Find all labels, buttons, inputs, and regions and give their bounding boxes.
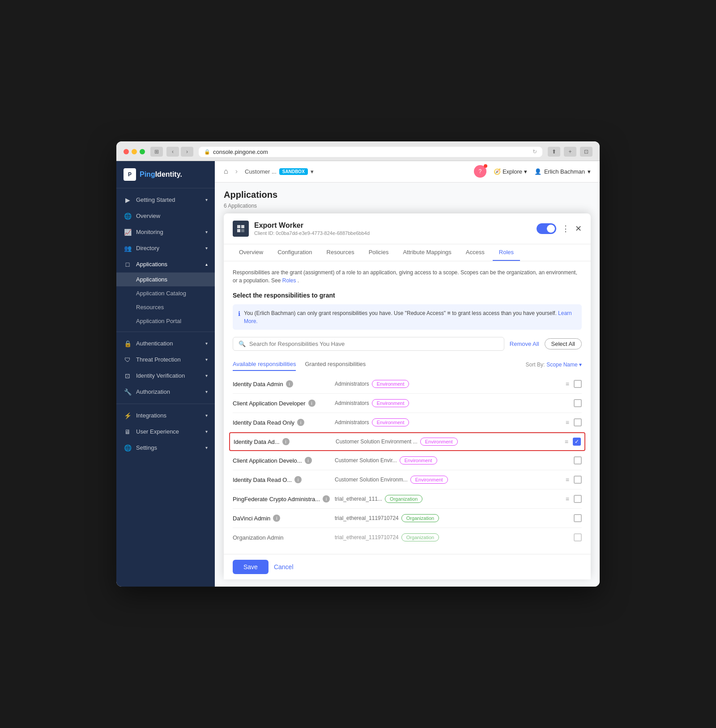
sidebar-item-authentication[interactable]: 🔒 Authentication ▾ — [116, 336, 215, 352]
tab-roles[interactable]: Roles — [493, 244, 520, 261]
filter-icon[interactable]: ≡ — [565, 438, 568, 445]
filter-icon[interactable]: ≡ — [566, 476, 569, 483]
svg-rect-1 — [241, 225, 244, 228]
resp-scope: Administrators Environment — [335, 418, 562, 426]
checkbox[interactable] — [574, 380, 582, 388]
checkbox[interactable] — [574, 476, 582, 484]
svg-rect-0 — [237, 225, 240, 228]
toggle-switch[interactable] — [537, 223, 556, 234]
info-circle-icon[interactable]: i — [308, 400, 315, 407]
cancel-button[interactable]: Cancel — [274, 563, 294, 570]
breadcrumb-customer: Customer ... — [245, 168, 277, 175]
filter-icon[interactable]: ≡ — [566, 419, 569, 426]
org-badge: Organization — [401, 514, 439, 522]
detail-panel: Export Worker Client ID: 0c0ba7dd-e3e9-4… — [224, 213, 591, 580]
back-btn[interactable]: ‹ — [166, 147, 179, 157]
remove-all-button[interactable]: Remove All — [510, 341, 539, 347]
table-row: PingFederate Crypto Administra... i tria… — [233, 490, 582, 509]
tab-access[interactable]: Access — [460, 244, 491, 261]
info-circle-icon[interactable]: i — [297, 419, 304, 426]
sidebar-item-directory[interactable]: 👥 Directory ▾ — [116, 240, 215, 256]
tab-attribute-mappings[interactable]: Attribute Mappings — [396, 244, 457, 261]
traffic-light-red[interactable] — [124, 149, 129, 154]
info-circle-icon[interactable]: i — [294, 476, 302, 483]
sidebar-item-overview[interactable]: 🌐 Overview — [116, 208, 215, 224]
info-circle-icon[interactable]: i — [282, 438, 290, 445]
sidebar-toggle-btn[interactable]: ⊞ — [150, 147, 163, 157]
breadcrumb-sep: › — [235, 167, 238, 175]
info-circle-icon[interactable]: i — [323, 495, 330, 502]
sidebar-item-label: Monitoring — [136, 229, 163, 235]
chevron-icon: ▾ — [205, 197, 208, 202]
table-row: Client Application Develo... i Customer … — [233, 451, 582, 470]
tab-resources[interactable]: Resources — [320, 244, 361, 261]
tabs-btn[interactable]: ⊡ — [580, 147, 592, 157]
explore-btn[interactable]: 🧭 Explore ▾ — [494, 168, 527, 175]
filter-icon[interactable]: ≡ — [566, 380, 569, 387]
sidebar-item-applications[interactable]: □ Applications ▴ — [116, 256, 215, 272]
sidebar-sub-portal[interactable]: Application Portal — [116, 314, 215, 328]
refresh-icon[interactable]: ↻ — [533, 149, 537, 155]
checkbox[interactable] — [574, 418, 582, 426]
sort-by-value[interactable]: Scope Name ▾ — [546, 362, 582, 368]
sidebar-sub-applications[interactable]: Applications — [116, 272, 215, 286]
chevron-icon: ▾ — [205, 230, 208, 234]
table-row: Identity Data Admin i Administrators Env… — [233, 375, 582, 394]
filter-icon[interactable]: ≡ — [566, 495, 569, 502]
checkbox[interactable] — [574, 514, 582, 522]
panel-header: Export Worker Client ID: 0c0ba7dd-e3e9-4… — [224, 213, 591, 244]
breadcrumb-dropdown[interactable]: ▾ — [311, 168, 314, 175]
more-options-icon[interactable]: ⋮ — [562, 224, 570, 234]
sidebar-item-label: Authorization — [136, 388, 170, 395]
resp-tabs-row: Available responsibilities Granted respo… — [233, 358, 582, 371]
sidebar-item-authorization[interactable]: 🔧 Authorization ▾ — [116, 384, 215, 400]
sidebar-sub-catalog[interactable]: Application Catalog — [116, 286, 215, 300]
home-icon[interactable]: ⌂ — [224, 167, 228, 175]
sidebar-logo: P PingIdentity. — [116, 161, 215, 188]
search-input[interactable] — [249, 341, 499, 347]
sidebar-sub-resources[interactable]: Resources — [116, 300, 215, 314]
tab-policies[interactable]: Policies — [362, 244, 395, 261]
sidebar-item-getting-started[interactable]: ▶ Getting Started ▾ — [116, 192, 215, 208]
resp-actions: ≡ — [566, 495, 582, 503]
address-bar[interactable]: 🔒 console.pingone.com ↻ — [199, 147, 542, 157]
sidebar-item-integrations[interactable]: ⚡ Integrations ▾ — [116, 408, 215, 424]
help-icon[interactable]: ? — [474, 165, 486, 178]
grant-title: Select the responsibilities to grant — [233, 292, 582, 299]
app-count: 6 Applications — [224, 203, 591, 209]
traffic-light-green[interactable] — [140, 149, 145, 154]
tab-configuration[interactable]: Configuration — [271, 244, 318, 261]
roles-link[interactable]: Roles — [282, 277, 296, 284]
user-info[interactable]: 👤 Erlich Bachman ▾ — [534, 168, 591, 175]
info-circle-icon[interactable]: i — [286, 380, 293, 387]
forward-btn[interactable]: › — [181, 147, 193, 157]
sidebar-item-user-experience[interactable]: 🖥 User Experience ▾ — [116, 424, 215, 440]
share-btn[interactable]: ⬆ — [548, 147, 560, 157]
new-tab-btn[interactable]: + — [564, 147, 576, 157]
nav-divider — [116, 332, 215, 332]
select-all-button[interactable]: Select All — [545, 338, 582, 349]
search-input-wrap[interactable]: 🔍 — [233, 337, 504, 351]
sidebar-item-label: Identity Verification — [136, 372, 185, 379]
sidebar-item-settings[interactable]: 🌐 Settings ▾ — [116, 440, 215, 456]
search-icon: 🔍 — [239, 341, 246, 347]
checkbox-checked[interactable]: ✓ — [573, 438, 581, 446]
sidebar-item-identity-verification[interactable]: ⊡ Identity Verification ▾ — [116, 368, 215, 384]
checkbox[interactable] — [574, 399, 582, 407]
save-button[interactable]: Save — [233, 560, 268, 574]
tab-available-responsibilities[interactable]: Available responsibilities — [233, 358, 296, 371]
info-circle-icon[interactable]: i — [305, 457, 312, 464]
sidebar-item-monitoring[interactable]: 📈 Monitoring ▾ — [116, 224, 215, 240]
app-icon: □ — [124, 261, 132, 268]
tab-granted-responsibilities[interactable]: Granted responsibilities — [305, 358, 366, 371]
resp-actions: ≡ — [566, 418, 582, 426]
checkbox[interactable] — [574, 495, 582, 503]
checkbox[interactable] — [574, 456, 582, 464]
tab-overview[interactable]: Overview — [233, 244, 269, 261]
traffic-light-yellow[interactable] — [132, 149, 137, 154]
info-circle-icon[interactable]: i — [273, 515, 280, 522]
explore-arrow: ▾ — [524, 168, 527, 175]
sidebar-item-threat-protection[interactable]: 🛡 Threat Protection ▾ — [116, 352, 215, 368]
checkbox[interactable] — [574, 533, 582, 541]
close-icon[interactable]: ✕ — [575, 224, 582, 234]
